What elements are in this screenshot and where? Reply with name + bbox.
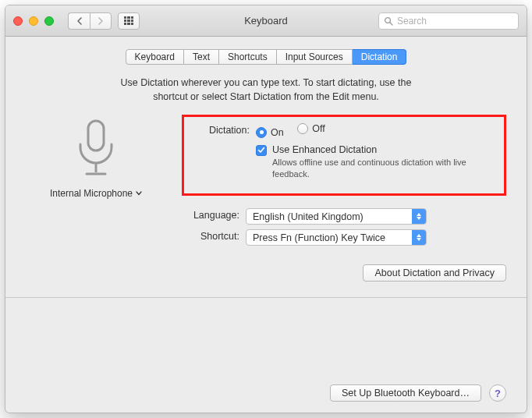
svg-line-1: [390, 22, 392, 24]
enhanced-label: Use Enhanced Dictation: [272, 144, 467, 155]
enhanced-hint: Allows offline use and continuous dictat…: [272, 157, 467, 180]
chevron-right-icon: [98, 17, 104, 25]
zoom-icon[interactable]: [44, 16, 54, 26]
tab-dictation[interactable]: Dictation: [353, 49, 407, 65]
radio-on-label: On: [271, 127, 284, 138]
mic-selector[interactable]: Internal Microphone: [50, 188, 142, 199]
about-dictation-button[interactable]: About Dictation and Privacy: [363, 264, 506, 282]
dictation-off-radio[interactable]: Off: [297, 123, 325, 134]
forward-button[interactable]: [90, 12, 112, 30]
language-select[interactable]: English (United Kingdom): [246, 208, 427, 225]
traffic-lights: [13, 16, 54, 26]
svg-rect-2: [88, 121, 104, 151]
footer: Set Up Bluetooth Keyboard… ?: [5, 384, 527, 402]
tab-keyboard[interactable]: Keyboard: [126, 49, 184, 65]
back-button[interactable]: [68, 12, 90, 30]
microphone-icon: [71, 118, 121, 180]
radio-off-icon: [297, 123, 308, 134]
language-value: English (United Kingdom): [246, 211, 412, 222]
tab-input-sources[interactable]: Input Sources: [277, 49, 353, 65]
close-icon[interactable]: [13, 16, 23, 26]
shortcut-value: Press Fn (Function) Key Twice: [246, 232, 412, 243]
prefs-window: Keyboard Keyboard Text Shortcuts Input S…: [5, 5, 527, 413]
show-all-button[interactable]: [118, 12, 140, 30]
tab-shortcuts[interactable]: Shortcuts: [219, 49, 277, 65]
divider: [5, 297, 527, 298]
shortcut-label: Shortcut:: [182, 229, 246, 242]
bluetooth-keyboard-button[interactable]: Set Up Bluetooth Keyboard…: [330, 384, 481, 402]
chevron-down-icon: [136, 191, 142, 196]
titlebar: Keyboard: [5, 5, 527, 37]
dictation-label: Dictation:: [192, 123, 256, 136]
help-button[interactable]: ?: [489, 384, 506, 402]
search-input[interactable]: [397, 16, 513, 27]
tab-text[interactable]: Text: [184, 49, 219, 65]
search-field[interactable]: [378, 12, 519, 30]
language-label: Language:: [182, 208, 246, 221]
chevron-left-icon: [76, 17, 83, 25]
shortcut-select[interactable]: Press Fn (Function) Key Twice: [246, 229, 427, 246]
search-icon: [384, 16, 393, 26]
dictation-on-radio[interactable]: On: [256, 127, 284, 138]
tabs: Keyboard Text Shortcuts Input Sources Di…: [26, 49, 506, 65]
radio-off-label: Off: [312, 123, 325, 134]
nav-buttons: [68, 12, 112, 30]
form-column: Dictation: On Off: [182, 115, 506, 282]
mic-label-text: Internal Microphone: [50, 188, 133, 199]
select-arrows-icon: [412, 209, 426, 224]
enhanced-dictation-checkbox[interactable]: Use Enhanced Dictation Allows offline us…: [256, 144, 496, 180]
highlighted-section: Dictation: On Off: [182, 115, 506, 196]
select-arrows-icon: [412, 230, 426, 245]
dictation-description: Use Dictation wherever you can type text…: [102, 76, 430, 104]
grid-icon: [124, 16, 133, 26]
content: Keyboard Text Shortcuts Input Sources Di…: [5, 37, 527, 309]
checkbox-checked-icon: [256, 145, 267, 156]
microphone-column: Internal Microphone: [26, 115, 166, 282]
radio-on-icon: [256, 127, 267, 138]
minimize-icon[interactable]: [29, 16, 38, 26]
dictation-panel: Use Dictation wherever you can type text…: [26, 76, 506, 282]
